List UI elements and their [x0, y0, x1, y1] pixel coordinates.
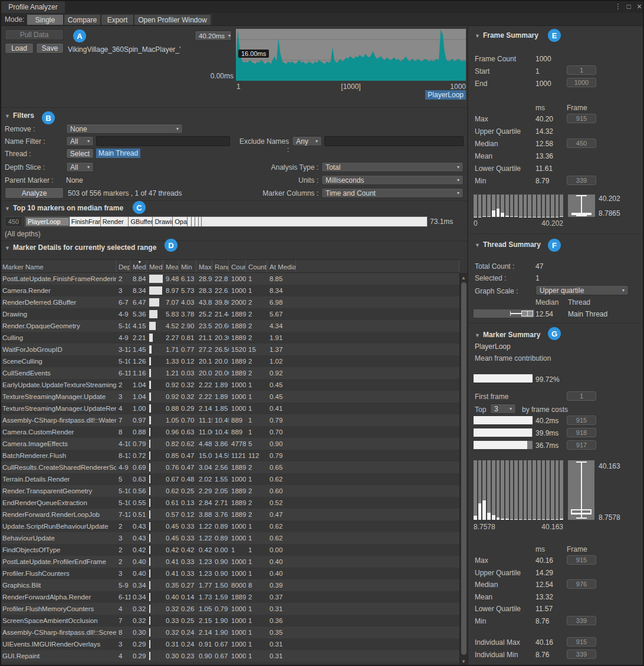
goto-frame-button[interactable]: 339 — [567, 616, 596, 625]
depth-slice-dropdown[interactable]: All▾ — [66, 162, 94, 172]
top10-segment[interactable]: FinishFrameR — [70, 217, 101, 226]
thread-name-value[interactable]: Main Thread — [568, 310, 607, 318]
table-row[interactable]: FindObjectsOfType20.420.420.420.420.0011… — [0, 544, 459, 556]
remove-dropdown[interactable]: None▾ — [66, 124, 183, 134]
filters-header[interactable]: ▼Filters — [5, 111, 34, 120]
table-row[interactable]: PostLateUpdate.ProfilerEndFrame20.400.41… — [0, 556, 459, 568]
frame-time-chart[interactable] — [236, 29, 466, 81]
table-row[interactable]: RenderDeferred.GBuffer6-76.477.074.0343.… — [0, 296, 459, 308]
column-header-marker-name[interactable]: Marker Name — [0, 260, 116, 272]
graph-scale-dropdown[interactable]: Upper quartile▾ — [535, 285, 629, 295]
table-row[interactable]: TextureStreamingManager.Update31.040.920… — [0, 391, 459, 403]
top10-segment[interactable] — [188, 217, 192, 226]
first-frame-button[interactable]: 1 — [567, 391, 596, 401]
table-row[interactable]: RenderForward.RenderLoopJob7-120.510.570… — [0, 509, 459, 520]
table-row[interactable]: EndRenderQueueExtraction5-100.550.610.13… — [0, 497, 459, 509]
table-row[interactable]: Camera.Render38.348.975.7328.3422.611000… — [0, 285, 459, 296]
selected-marker-chip[interactable]: PlayerLoop — [425, 90, 466, 100]
units-dropdown[interactable]: Milliseconds▾ — [321, 175, 464, 185]
name-filter-input[interactable] — [96, 136, 230, 146]
column-header-min[interactable]: Min — [179, 260, 196, 272]
column-header-max[interactable]: Max — [196, 260, 212, 272]
table-row[interactable]: Terrain.Details.Render50.630.670.482.021… — [0, 473, 459, 485]
open-profiler-window-button[interactable]: Open Profiler Window — [134, 15, 211, 25]
top10-segment[interactable]: Render — [101, 217, 129, 226]
column-header-count-fra[interactable]: Count Fra — [246, 260, 267, 272]
column-header-media[interactable]: Media — [147, 260, 163, 272]
table-row[interactable]: Profiler.FlushCounters30.400.410.331.230… — [0, 568, 459, 579]
thread-chip[interactable]: Main Thread — [96, 149, 140, 158]
scroll-down-icon[interactable]: ▼ — [460, 657, 467, 665]
table-row[interactable]: CullSendEvents6-111.161.210.0320.0320.00… — [0, 367, 459, 379]
end-frame-button[interactable]: 1000 — [567, 78, 596, 87]
top10-segment[interactable]: PlayerLoop — [25, 217, 70, 226]
table-scrollbar[interactable]: ▲ ▼ — [459, 273, 467, 666]
goto-frame-button[interactable]: 915 — [567, 416, 596, 425]
goto-frame-button[interactable]: 915 — [567, 637, 596, 647]
goto-frame-button[interactable]: 339 — [567, 649, 596, 659]
marker-summary-header[interactable]: ▼Marker Summary — [475, 331, 540, 339]
column-header-at-median-f[interactable]: At Median F — [267, 260, 296, 272]
exclude-names-input[interactable] — [324, 136, 464, 146]
table-row[interactable]: Graphics.Blit5-90.340.350.271.771.508000… — [0, 579, 459, 591]
table-row[interactable]: Camera.CustomRender80.880.960.6311.0610.… — [0, 426, 459, 438]
table-row[interactable]: EarlyUpdate.UpdateTextureStreamingManage… — [0, 379, 459, 391]
table-row[interactable]: ScreenSpaceAmbientOcclusion70.320.330.25… — [0, 615, 459, 627]
scrollbar-thumb[interactable] — [461, 282, 466, 655]
table-row[interactable]: Render.TransparentGeometry5-100.560.620.… — [0, 485, 459, 497]
mode-single-button[interactable]: Single — [27, 15, 63, 25]
table-row[interactable]: SceneCulling5-101.261.330.1220.1420.0118… — [0, 355, 459, 367]
column-header-count[interactable]: Count — [229, 260, 246, 272]
mode-export-button[interactable]: Export — [101, 15, 133, 25]
goto-frame-button[interactable]: 918 — [567, 428, 596, 437]
goto-frame-button[interactable]: 976 — [567, 579, 596, 589]
close-icon[interactable]: × — [635, 2, 644, 11]
frame-summary-header[interactable]: ▼Frame Summary — [475, 31, 538, 39]
column-header-mean[interactable]: Mean — [163, 260, 179, 272]
start-frame-button[interactable]: 1 — [567, 65, 596, 75]
table-row[interactable]: Update.ScriptRunBehaviourUpdate20.430.45… — [0, 520, 459, 532]
window-menu-icon[interactable]: ⋮ — [613, 2, 623, 11]
analysis-type-dropdown[interactable]: Total▾ — [321, 162, 464, 172]
table-row[interactable]: PostLateUpdate.FinishFrameRendering28.84… — [0, 273, 459, 285]
top10-segment[interactable]: Drawing — [153, 217, 173, 226]
table-row[interactable]: BatchRenderer.Flush8-130.720.850.4715.02… — [0, 450, 459, 461]
thread-select-button[interactable]: Select — [66, 149, 94, 159]
table-row[interactable]: GUI.Repaint40.290.300.230.900.67100010.3… — [0, 650, 459, 662]
top10-header[interactable]: ▼Top 10 markers on median frame — [5, 204, 123, 212]
column-header-range[interactable]: Range — [212, 260, 229, 272]
top10-frame-button[interactable]: 450 — [5, 216, 22, 227]
thread-summary-header[interactable]: ▼Thread Summary — [475, 240, 541, 249]
table-row[interactable]: CullResults.CreateSharedRendererScene4-9… — [0, 461, 459, 473]
marker-columns-dropdown[interactable]: Time and Count▾ — [321, 188, 464, 198]
table-row[interactable]: Culling4-92.212.270.8121.1120.30188921.9… — [0, 332, 459, 344]
marker-details-header[interactable]: ▼Marker Details for currently selected r… — [5, 243, 156, 252]
load-button[interactable]: Load — [5, 43, 34, 54]
table-row[interactable]: WaitForJobGroupID3-121.451.710.7727.2726… — [0, 344, 459, 355]
top-n-dropdown[interactable]: 3▾ — [490, 404, 516, 414]
thread-whisker-graph[interactable] — [474, 309, 534, 318]
top10-segment[interactable]: Opaqu — [173, 217, 188, 226]
table-row[interactable]: Profiler.FlushMemoryCounters40.320.320.2… — [0, 603, 459, 615]
mode-compare-button[interactable]: Compare — [64, 15, 100, 25]
top10-segment[interactable] — [202, 217, 427, 226]
column-header-media[interactable]: Media▼ — [130, 260, 147, 272]
table-row[interactable]: TextureStreamingManager.UpdateRenderers4… — [0, 403, 459, 414]
table-row[interactable]: BehaviourUpdate30.430.450.331.220.891000… — [0, 532, 459, 544]
table-row[interactable]: UIEvents.IMGUIRenderOverlays30.290.310.2… — [0, 638, 459, 650]
name-filter-mode-dropdown[interactable]: All▾ — [66, 136, 94, 146]
table-row[interactable]: RenderForwardAlpha.Render6-110.340.400.1… — [0, 591, 459, 603]
analyze-button[interactable]: Analyze — [5, 187, 64, 199]
chart-scale-dropdown[interactable]: 40.20ms ▾ — [195, 31, 232, 41]
column-header-depth[interactable]: Depth — [116, 260, 130, 272]
goto-frame-button[interactable]: 915 — [567, 555, 596, 565]
maximize-icon[interactable]: □ — [624, 2, 633, 11]
tab-profile-analyzer[interactable]: Profile Analyzer — [1, 0, 65, 13]
scroll-up-icon[interactable]: ▲ — [460, 273, 467, 282]
exclude-mode-dropdown[interactable]: Any▾ — [292, 136, 322, 146]
table-row[interactable]: Render.OpaqueGeometry5-104.154.522.9023.… — [0, 320, 459, 332]
pull-data-button[interactable]: Pull Data — [5, 29, 64, 40]
save-button[interactable]: Save — [36, 43, 64, 54]
goto-frame-button[interactable]: 450 — [567, 139, 596, 148]
goto-frame-button[interactable]: 915 — [567, 114, 596, 123]
